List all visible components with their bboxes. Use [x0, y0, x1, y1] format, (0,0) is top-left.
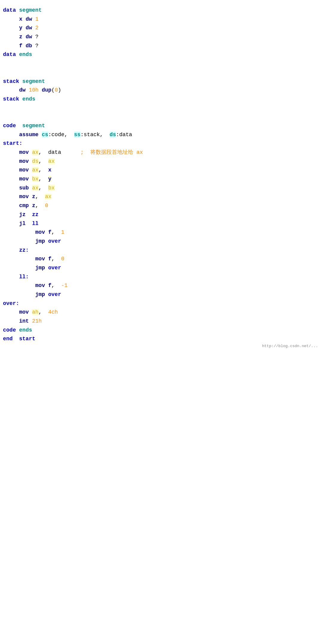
lbl-over1: over — [48, 238, 61, 244]
label-zz: zz: — [19, 247, 29, 253]
num-2: 2 — [35, 25, 39, 31]
num-1-2: 1 — [61, 229, 64, 235]
num-0-3: 0 — [61, 256, 64, 262]
lbl-ll1: ll — [32, 221, 39, 227]
reg-ax5: ax — [45, 194, 51, 200]
reg-ax4: ax — [32, 185, 39, 191]
label-start: start: — [3, 140, 22, 146]
colon2: :stack, — [80, 132, 109, 138]
keyword-stack-ends: stack — [3, 96, 19, 102]
question-z: ? — [35, 34, 39, 40]
directive-dw: dw — [26, 16, 32, 22]
var-f4: f — [48, 282, 51, 288]
reg-bx1: bx — [32, 176, 39, 182]
keyword-code-ends: code — [3, 327, 16, 333]
instr-cmp: cmp — [19, 203, 29, 209]
instr-int: int — [19, 318, 29, 324]
var-x: x — [19, 16, 22, 22]
keyword-ends1: ends — [19, 51, 32, 57]
code-display: data segment x dw 1 y dw 2 z dw ? f db ?… — [3, 6, 321, 344]
label-over: over: — [3, 300, 19, 306]
keyword-stack: stack — [3, 78, 19, 84]
keyword-segment2: segment — [22, 78, 45, 84]
var-x2: x — [48, 167, 51, 173]
keyword-segment3: segment — [22, 123, 45, 129]
directive-db: db — [26, 43, 32, 49]
comma6: , — [35, 194, 45, 200]
num-0-2: 0 — [45, 203, 48, 209]
reg-ah1: ah — [32, 309, 39, 315]
instr-jmp2: jmp — [35, 265, 45, 271]
instr-jl: jl — [19, 221, 26, 227]
instr-jmp1: jmp — [35, 238, 45, 244]
url-watermark: http://blog.csdn.net/... — [262, 343, 318, 350]
var-y: y — [19, 25, 22, 31]
keyword-data-ends: data — [3, 51, 16, 57]
keyword-ends3: ends — [19, 327, 32, 333]
reg-ax3: ax — [32, 167, 39, 173]
keyword-segment: segment — [19, 7, 42, 13]
num-0: 0 — [55, 87, 58, 93]
keyword-data: data — [3, 7, 16, 13]
instr-mov2: mov — [19, 158, 29, 164]
directive-dw4: dw — [19, 87, 26, 93]
comma5: , — [39, 185, 48, 191]
comma2: , — [39, 158, 48, 164]
instr-jmp3: jmp — [35, 291, 45, 297]
num-21h: 21h — [32, 318, 42, 324]
colon3: :data — [116, 132, 132, 138]
var-z: z — [19, 34, 22, 40]
lbl-zz1: zz — [32, 212, 39, 218]
var-y2: y — [48, 176, 51, 182]
keyword-end: end — [3, 336, 13, 342]
num-neg1: -1 — [61, 282, 68, 288]
instr-mov6: mov — [35, 229, 45, 235]
reg-ax1: ax — [32, 149, 39, 155]
reg-ds: ds — [110, 132, 116, 138]
var-z2: z — [32, 194, 35, 200]
directive-dup: dup — [42, 87, 51, 93]
keyword-ends2: ends — [22, 96, 35, 102]
reg-bx2: bx — [48, 185, 55, 191]
instr-jz: jz — [19, 212, 26, 218]
lbl-start2: start — [19, 336, 35, 342]
keyword-code: code — [3, 123, 16, 129]
comma7: , — [35, 203, 45, 209]
dup-args: ( — [51, 87, 55, 93]
instr-mov8: mov — [35, 282, 45, 288]
lbl-over3: over — [48, 291, 61, 297]
reg-ax2: ax — [48, 158, 55, 164]
comma11: , — [39, 309, 48, 315]
instr-assume: assume — [19, 132, 39, 138]
num-4ch: 4ch — [48, 309, 58, 315]
num-10h: 10h — [29, 87, 38, 93]
comma10: , — [51, 282, 61, 288]
var-f: f — [19, 43, 22, 49]
label-ll: ll: — [19, 274, 29, 280]
var-f2: f — [48, 229, 51, 235]
num-1: 1 — [35, 16, 39, 22]
comment1: ; 将数据段首地址给 ax — [80, 149, 143, 155]
reg-cs: cs — [42, 132, 48, 138]
comma9: , — [51, 256, 61, 262]
reg-ds2: ds — [32, 158, 39, 164]
colon1: :code, — [48, 132, 74, 138]
var-z3: z — [32, 203, 35, 209]
instr-mov1: mov — [19, 149, 29, 155]
comma8: , — [51, 229, 61, 235]
comma3: , — [39, 167, 48, 173]
directive-dw3: dw — [26, 34, 32, 40]
instr-mov4: mov — [19, 176, 29, 182]
dup-close: ) — [58, 87, 61, 93]
question-f: ? — [35, 43, 39, 49]
comma1: , data — [39, 149, 61, 155]
instr-mov5: mov — [19, 194, 29, 200]
comma4: , — [39, 176, 48, 182]
var-f3: f — [48, 256, 51, 262]
instr-sub: sub — [19, 185, 29, 191]
instr-mov9: mov — [19, 309, 29, 315]
instr-mov7: mov — [35, 256, 45, 262]
reg-ss: ss — [74, 132, 81, 138]
directive-dw2: dw — [26, 25, 32, 31]
lbl-over2: over — [48, 265, 61, 271]
